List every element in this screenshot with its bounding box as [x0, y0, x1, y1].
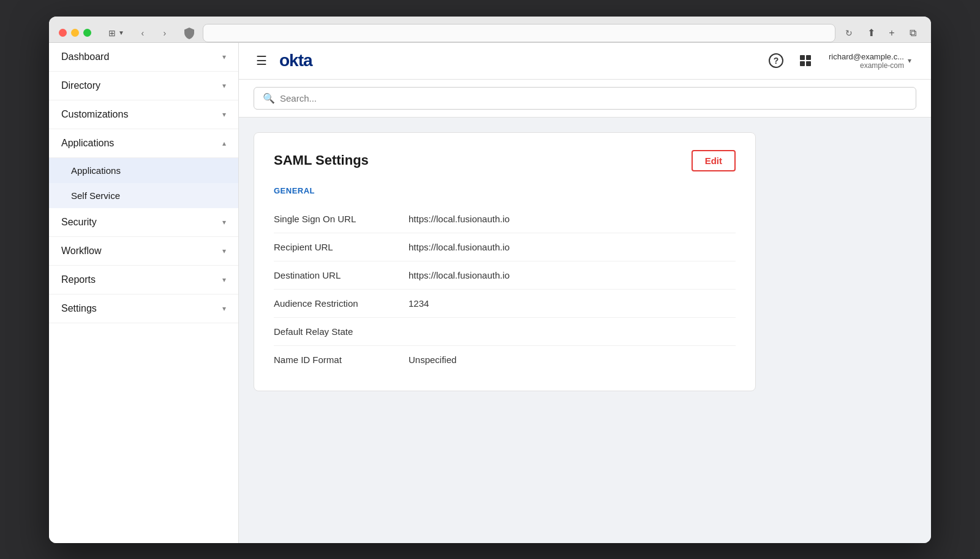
chevron-down-icon: ▾	[222, 53, 226, 61]
user-info: richard@example.c... example-com	[829, 52, 904, 70]
sidebar-item-dashboard-label: Dashboard	[61, 51, 109, 62]
sidebar-item-security[interactable]: Security ▾	[49, 208, 238, 237]
maximize-button[interactable]	[83, 29, 91, 37]
url-input[interactable]	[211, 28, 827, 37]
chevron-down-icon: ▾	[222, 304, 226, 313]
browser-top-bar: ⊞ ▼ ‹ › ↻ ⬆ + ⧉	[59, 24, 921, 42]
settings-key: Name ID Format	[274, 355, 409, 365]
settings-rows: Single Sign On URL https://local.fusiona…	[274, 205, 736, 373]
sidebar-icon: ⊞	[108, 28, 116, 38]
card-header: SAML Settings Edit	[274, 150, 736, 171]
settings-value: https://local.fusionauth.io	[409, 242, 510, 252]
sidebar-item-settings-label: Settings	[61, 303, 97, 314]
back-button[interactable]: ‹	[134, 24, 151, 42]
account-chevron-icon: ▾	[908, 56, 911, 65]
browser-window: ⊞ ▼ ‹ › ↻ ⬆ + ⧉	[49, 17, 931, 543]
copy-button[interactable]: ⧉	[904, 24, 921, 42]
main-content: SAML Settings Edit GENERAL Single Sign O…	[239, 118, 931, 543]
sidebar-item-dashboard[interactable]: Dashboard ▾	[49, 43, 238, 72]
sidebar-subitem-applications-label: Applications	[71, 165, 121, 176]
sidebar-item-applications[interactable]: Applications ▴	[49, 129, 238, 158]
sidebar-toggle-button[interactable]: ⊞ ▼	[104, 26, 129, 40]
sidebar-item-settings[interactable]: Settings ▾	[49, 295, 238, 323]
settings-value: 1234	[409, 298, 429, 309]
user-email: richard@example.c...	[829, 52, 904, 61]
help-button[interactable]: ?	[765, 50, 787, 72]
hamburger-button[interactable]: ☰	[254, 51, 270, 70]
settings-key: Default Relay State	[274, 326, 409, 337]
address-bar[interactable]	[203, 24, 835, 42]
settings-row: Single Sign On URL https://local.fusiona…	[274, 205, 736, 233]
minimize-button[interactable]	[71, 29, 79, 37]
chevron-up-icon: ▴	[222, 139, 226, 148]
sidebar-item-applications-label: Applications	[61, 138, 114, 149]
sidebar-item-customizations-label: Customizations	[61, 109, 128, 120]
settings-key: Recipient URL	[274, 242, 409, 252]
settings-row: Recipient URL https://local.fusionauth.i…	[274, 233, 736, 261]
settings-value: Unspecified	[409, 355, 456, 365]
chevron-down-icon: ▾	[222, 276, 226, 284]
chevron-down-icon: ▾	[222, 247, 226, 255]
main-area: ☰ okta ?	[239, 43, 931, 543]
saml-settings-title: SAML Settings	[274, 152, 369, 168]
top-nav: ☰ okta ?	[239, 43, 931, 80]
close-button[interactable]	[59, 29, 67, 37]
settings-row: Destination URL https://local.fusionauth…	[274, 261, 736, 290]
okta-logo: okta	[279, 51, 312, 70]
sidebar-item-reports[interactable]: Reports ▾	[49, 266, 238, 295]
help-icon: ?	[769, 53, 783, 68]
settings-value: https://local.fusionauth.io	[409, 270, 510, 280]
browser-action-buttons: ⬆ + ⧉	[862, 24, 921, 42]
settings-key: Single Sign On URL	[274, 214, 409, 224]
sidebar-subitem-self-service[interactable]: Self Service	[49, 183, 238, 208]
sidebar-item-directory[interactable]: Directory ▾	[49, 72, 238, 100]
share-button[interactable]: ⬆	[862, 24, 880, 42]
user-org: example-com	[829, 61, 904, 70]
search-icon: 🔍	[263, 92, 275, 104]
general-section-label: GENERAL	[274, 186, 736, 195]
saml-settings-card: SAML Settings Edit GENERAL Single Sign O…	[254, 132, 756, 391]
new-tab-button[interactable]: +	[883, 24, 900, 42]
sidebar-subitem-applications[interactable]: Applications	[49, 158, 238, 183]
chevron-down-icon: ▾	[222, 110, 226, 119]
edit-button[interactable]: Edit	[692, 150, 736, 171]
chevron-down-icon: ▾	[222, 218, 226, 227]
sidebar-item-reports-label: Reports	[61, 274, 96, 285]
browser-controls: ⊞ ▼ ‹ ›	[104, 24, 173, 42]
settings-row: Default Relay State	[274, 318, 736, 346]
settings-row: Audience Restriction 1234	[274, 290, 736, 318]
search-input[interactable]	[280, 93, 907, 103]
user-account-menu[interactable]: richard@example.c... example-com ▾	[824, 50, 916, 72]
traffic-lights	[59, 29, 91, 37]
reload-button[interactable]: ↻	[840, 24, 858, 42]
sidebar-chevron-icon: ▼	[118, 29, 124, 36]
settings-value: https://local.fusionauth.io	[409, 214, 510, 224]
sidebar: Dashboard ▾ Directory ▾ Customizations ▾…	[49, 43, 239, 543]
top-nav-icons: ? richard@example.c... exampl	[765, 50, 916, 72]
sidebar-item-directory-label: Directory	[61, 80, 100, 91]
browser-chrome: ⊞ ▼ ‹ › ↻ ⬆ + ⧉	[49, 17, 931, 43]
settings-key: Audience Restriction	[274, 298, 409, 309]
grid-menu-button[interactable]	[794, 50, 816, 72]
security-icon	[181, 24, 198, 42]
sidebar-item-workflow-label: Workflow	[61, 246, 102, 257]
search-wrapper[interactable]: 🔍	[254, 87, 916, 110]
settings-row: Name ID Format Unspecified	[274, 346, 736, 373]
sidebar-item-security-label: Security	[61, 217, 97, 228]
grid-icon	[800, 55, 811, 66]
chevron-down-icon: ▾	[222, 81, 226, 90]
forward-button[interactable]: ›	[156, 24, 173, 42]
settings-key: Destination URL	[274, 270, 409, 280]
sidebar-subitem-self-service-label: Self Service	[71, 190, 120, 201]
app-content: Dashboard ▾ Directory ▾ Customizations ▾…	[49, 43, 931, 543]
sidebar-item-workflow[interactable]: Workflow ▾	[49, 237, 238, 266]
sidebar-item-customizations[interactable]: Customizations ▾	[49, 100, 238, 129]
search-area: 🔍	[239, 80, 931, 118]
